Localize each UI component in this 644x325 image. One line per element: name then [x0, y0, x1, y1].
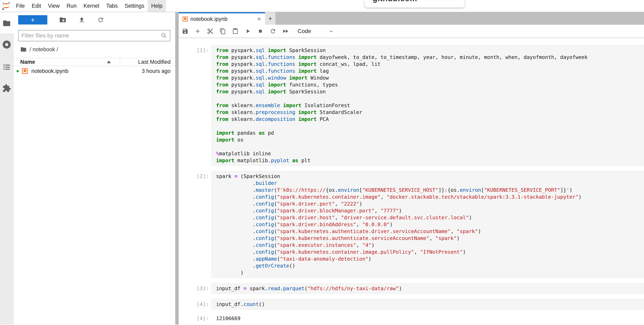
code-line: import pandas as pd: [216, 130, 642, 136]
tab-close-icon[interactable]: [256, 17, 262, 22]
menu-item-edit[interactable]: Edit: [28, 0, 45, 12]
cell-prompt: [2]:: [179, 171, 211, 278]
code-line: from sklearn.ensemble import IsolationFo…: [216, 102, 642, 109]
filter-files-input[interactable]: [22, 32, 161, 39]
code-line: from sklearn.preprocessing import Standa…: [216, 109, 642, 116]
code-line: input_df = spark.read.parquet("hdfs://hd…: [216, 285, 642, 292]
new-tab-button[interactable]: +: [265, 12, 275, 25]
cell-editor[interactable]: from pyspark.sql import SparkSessionfrom…: [211, 45, 644, 166]
menu-item-kernel[interactable]: Kernel: [80, 0, 103, 12]
panel-splitter[interactable]: [175, 12, 179, 324]
code-line: from pyspark.sql.functions import lag: [216, 68, 642, 75]
code-line: spark = (SparkSession: [216, 173, 642, 180]
code-line: [216, 143, 642, 150]
cell-editor[interactable]: spark = (SparkSession .builder .master(f…: [211, 171, 644, 278]
filter-files-box: [18, 30, 170, 41]
code-line: [216, 95, 642, 102]
file-browser-toolbar: +: [13, 12, 175, 28]
extensions-icon[interactable]: [0, 84, 13, 93]
cell-prompt: [4]:: [179, 299, 211, 310]
code-line: from pyspark.sql import functions, types: [216, 81, 642, 88]
cell-type-select[interactable]: Code: [298, 28, 334, 35]
file-browser-icon[interactable]: [0, 19, 13, 28]
output-value: 12106669: [211, 315, 240, 322]
menu-item-run[interactable]: Run: [63, 0, 80, 12]
breadcrumb: / notebook /: [20, 45, 175, 54]
code-line: .config("spark.executor.instances", "4"): [216, 242, 642, 249]
save-button[interactable]: [182, 27, 189, 35]
code-line: from sklearn.decomposition import PCA: [216, 116, 642, 123]
menu-item-view[interactable]: View: [44, 0, 63, 12]
cell-output: [4]:12106669: [179, 315, 644, 322]
code-line: import matplotlib.pyplot as plt: [216, 157, 642, 164]
code-cell: [2]:spark = (SparkSession .builder .mast…: [179, 171, 644, 278]
home-folder-icon[interactable]: [20, 46, 27, 53]
column-header-name[interactable]: Name: [13, 58, 120, 66]
new-launcher-button[interactable]: +: [18, 15, 47, 25]
code-line: .config("spark.driver.host", "driver-ser…: [216, 214, 642, 221]
code-line: .config("spark.driver.blockManager.port"…: [216, 207, 642, 214]
app-logo-icon: [0, 0, 12, 12]
copy-cells-button[interactable]: [219, 27, 226, 35]
add-cell-button[interactable]: [194, 27, 201, 35]
cell-prompt: [1]:: [179, 45, 211, 166]
run-cell-button[interactable]: [244, 27, 252, 35]
browser-popup: github.com: [364, 0, 465, 8]
code-line: .config("spark.driver.port", "2222"): [216, 200, 642, 207]
code-line: .config("spark.kubernetes.authenticate.s…: [216, 235, 642, 242]
code-line: import os: [216, 136, 642, 143]
table-of-contents-icon[interactable]: [0, 63, 13, 71]
tab-notebook[interactable]: notebook.ipynb: [179, 12, 265, 25]
menu-item-tabs[interactable]: Tabs: [103, 0, 121, 12]
paste-cells-button[interactable]: [232, 27, 239, 35]
column-header-last-modified[interactable]: Last Modified: [120, 58, 175, 66]
refresh-button[interactable]: [97, 16, 104, 24]
notebook-file-icon: [22, 68, 28, 74]
code-line: ): [216, 269, 642, 276]
chevron-down-icon: [328, 28, 334, 34]
file-name: notebook.ipynb: [31, 68, 142, 74]
restart-run-all-button[interactable]: [282, 27, 289, 35]
popup-url-text: github.com: [372, 0, 417, 3]
new-folder-button[interactable]: [59, 16, 66, 24]
code-line: from pyspark.sql import SparkSession: [216, 47, 642, 54]
code-line: .appName("taxi-data-anomaly-detection"): [216, 255, 642, 262]
file-list-header: Name Last Modified: [13, 58, 175, 66]
code-line: .config("spark.kubernetes.authenticate.d…: [216, 228, 642, 235]
code-line: from pyspark.sql.functions import concat…: [216, 61, 642, 68]
menu-item-file[interactable]: File: [12, 0, 28, 12]
cut-cells-button[interactable]: [206, 27, 214, 35]
main-dock-panel: notebook.ipynb +: [179, 12, 644, 324]
cell-prompt: [3]:: [179, 283, 211, 294]
tab-title: notebook.ipynb: [190, 16, 256, 22]
notebook-toolbar: Code: [179, 25, 644, 38]
file-list-item[interactable]: notebook.ipynb 3 hours ago: [13, 66, 175, 76]
cell-type-value: Code: [298, 28, 311, 35]
tab-bar: notebook.ipynb +: [179, 12, 644, 25]
menu-item-settings[interactable]: Settings: [121, 0, 148, 12]
tab-notebook-icon: [182, 16, 188, 22]
cell-editor[interactable]: input_df = spark.read.parquet("hdfs://hd…: [211, 283, 644, 294]
code-line: [216, 123, 642, 130]
file-last-modified: 3 hours ago: [142, 68, 175, 74]
search-icon: [161, 32, 167, 39]
code-line: .getOrCreate(): [216, 262, 642, 269]
restart-kernel-button[interactable]: [269, 27, 276, 35]
code-line: .config("spark.driver.bindAddress", "0.0…: [216, 221, 642, 228]
code-line: .config("spark.kubernetes.container.imag…: [216, 249, 642, 255]
notebook-content: [1]:from pyspark.sql import SparkSession…: [179, 38, 644, 324]
file-browser-panel: + / notebook / Name: [13, 12, 175, 324]
interrupt-kernel-button[interactable]: [257, 27, 264, 35]
code-line: %matplotlib inline: [216, 150, 642, 157]
menu-items: FileEditViewRunKernelTabsSettingsHelp: [12, 0, 166, 12]
menu-item-help[interactable]: Help: [148, 0, 166, 12]
code-cell: [4]:input_df.count(): [179, 299, 644, 310]
running-kernels-icon[interactable]: [0, 40, 13, 49]
cell-prompt: [4]:: [179, 315, 211, 322]
code-line: from pyspark.sql.functions import dayofw…: [216, 54, 642, 61]
code-line: .builder: [216, 180, 642, 187]
upload-button[interactable]: [78, 16, 86, 24]
cell-editor[interactable]: input_df.count(): [211, 299, 644, 310]
breadcrumb-path[interactable]: / notebook /: [30, 46, 58, 53]
kernel-running-dot: [16, 70, 19, 72]
